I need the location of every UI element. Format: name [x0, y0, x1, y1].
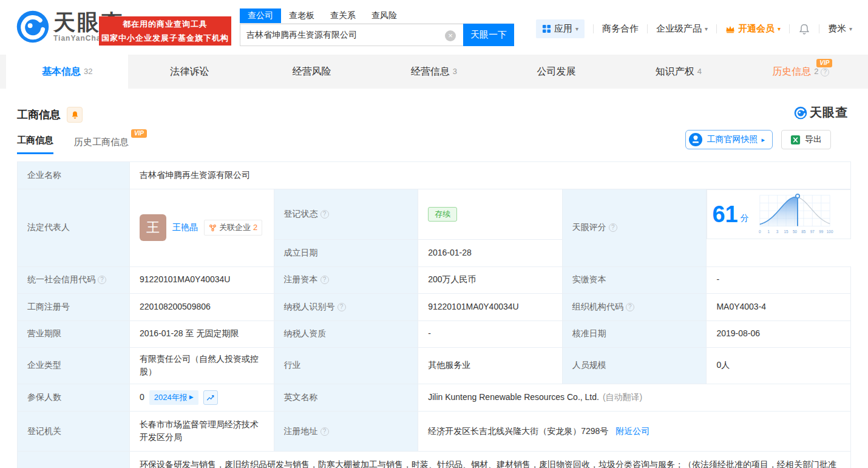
- search-tab-relation[interactable]: 查关系: [322, 8, 364, 23]
- tab-history-info[interactable]: VIP 历史信息2?: [740, 55, 862, 89]
- subtab-label: 历史工商信息: [74, 137, 129, 147]
- subtab-business-info[interactable]: 工商信息: [17, 135, 53, 154]
- table-row: 企业类型 有限责任公司（自然人投资或控股） 行业 其他服务业 人员规模 0人: [18, 347, 851, 384]
- approval-date-value: 2019-08-06: [707, 320, 851, 347]
- vip-upgrade-label: 开通会员: [738, 23, 775, 35]
- nearby-companies-link[interactable]: 附近公司: [615, 426, 649, 436]
- tianyancha-swirl-icon: [794, 106, 807, 120]
- taxpayer-id-label: 纳税人识别号?: [274, 293, 418, 320]
- divider: [716, 24, 717, 33]
- promo-banner: 都在用的商业查询工具 国家中小企业发展子基金旗下机构: [99, 16, 231, 46]
- search-input[interactable]: [240, 24, 463, 46]
- header-menu: 应用 ▾ 商务合作 企业级产品 ▾ 开通会员 ▾ 费米 ▾: [536, 19, 852, 38]
- export-button[interactable]: 导出: [781, 130, 831, 149]
- business-term-value: 2016-01-28 至 无固定期限: [130, 320, 274, 347]
- approval-date-label: 核准日期: [562, 320, 707, 347]
- search-tab-company[interactable]: 查公司: [240, 8, 281, 23]
- search-tab-risk[interactable]: 查风险: [364, 8, 405, 23]
- table-row: 法定代表人 王 王艳晶 关联企业 2 登记状态?: [18, 189, 851, 240]
- tab-count: 3: [453, 67, 457, 76]
- promo-line1: 都在用的商业查询工具: [99, 17, 231, 31]
- reg-address-value: 经济开发区长吉北线兴隆大街（安龙泉）7298号: [428, 426, 608, 436]
- export-label: 导出: [805, 134, 822, 145]
- help-icon[interactable]: ?: [320, 427, 329, 436]
- user-account-menu[interactable]: 费米 ▾: [828, 23, 852, 35]
- tab-label: 公司发展: [537, 66, 575, 76]
- reg-authority-label: 登记机关: [18, 411, 130, 451]
- establish-date-label: 成立日期: [274, 239, 418, 266]
- enterprise-label: 企业级产品: [656, 23, 702, 35]
- related-companies-badge[interactable]: 关联企业 2: [204, 220, 262, 236]
- search-tab-boss[interactable]: 查老板: [281, 8, 322, 23]
- credit-code-value: 91220101MA0Y40034U: [130, 266, 274, 293]
- related-companies-count: 2: [253, 222, 257, 234]
- excel-icon: [790, 135, 801, 145]
- insured-count-value: 0: [140, 392, 144, 402]
- table-row: 参保人数 02024年报▶ 英文名称 Jilin Kunteng Renewab…: [18, 384, 851, 411]
- svg-text:99: 99: [819, 229, 824, 234]
- company-type-label: 企业类型: [18, 347, 130, 384]
- annual-report-badge[interactable]: 2024年报▶: [149, 390, 198, 405]
- tab-operational-risk[interactable]: 经营风险: [251, 55, 373, 89]
- legal-rep-name-link[interactable]: 王艳晶: [172, 221, 198, 234]
- subtab-row: 工商信息 VIP 历史工商信息 工商官网快照 ▸ 导出: [17, 134, 851, 154]
- official-snapshot-button[interactable]: 工商官网快照 ▸: [685, 130, 773, 149]
- subscribe-bell-button[interactable]: [67, 107, 83, 123]
- tianyancha-swirl-icon: [16, 10, 50, 44]
- legal-rep-avatar[interactable]: 王: [140, 214, 166, 241]
- tab-label: 法律诉讼: [170, 66, 209, 76]
- vip-upgrade-menu[interactable]: 开通会员 ▾: [725, 23, 781, 35]
- trend-chart-button[interactable]: [203, 390, 218, 405]
- chevron-down-icon: ▾: [705, 25, 708, 32]
- legal-rep-label: 法定代表人: [18, 189, 130, 267]
- chevron-down-icon: ▾: [778, 25, 781, 32]
- svg-text:3: 3: [776, 229, 779, 234]
- tab-label: 历史信息: [772, 66, 811, 76]
- reg-status-value: 存续: [418, 189, 563, 240]
- help-icon[interactable]: ?: [320, 276, 329, 284]
- divider: [647, 24, 648, 33]
- legal-rep-cell: 王 王艳晶 关联企业 2: [130, 189, 274, 267]
- table-row: 工商注册号 220108200509806 纳税人识别号? 91220101MA…: [18, 293, 851, 320]
- staff-size-value: 0人: [707, 347, 851, 384]
- taxpayer-id-value: 91220101MA0Y40034U: [418, 293, 563, 320]
- reg-authority-value: 长春市市场监督管理局经济技术开发区分局: [130, 411, 274, 451]
- notification-bell-icon[interactable]: [798, 23, 810, 35]
- status-badge: 存续: [428, 207, 457, 222]
- industry-value: 其他服务业: [418, 347, 563, 384]
- search-button[interactable]: 天眼一下: [463, 24, 514, 46]
- subtab-history-business-info[interactable]: VIP 历史工商信息: [74, 137, 129, 154]
- apps-menu[interactable]: 应用 ▾: [536, 19, 585, 38]
- help-icon[interactable]: ?: [98, 276, 106, 284]
- company-nav-tabs: 基本信息32 法律诉讼 经营风险 经营信息3 公司发展 知识产权4 VIP 历史…: [0, 55, 868, 89]
- reg-status-label: 登记状态?: [274, 189, 418, 240]
- insured-count-cell: 02024年报▶: [130, 384, 274, 411]
- score-distribution-chart: 0131550859799100: [754, 192, 834, 236]
- tab-company-development[interactable]: 公司发展: [495, 55, 617, 89]
- clear-search-icon[interactable]: ×: [445, 30, 456, 41]
- business-term-label: 营业期限: [18, 320, 130, 347]
- business-scope-value: 环保设备研发与销售，废旧纺织品研发与销售，防寒大棚被加工与销售，时装、针织品、钢…: [130, 451, 851, 468]
- company-type-value: 有限责任公司（自然人投资或控股）: [130, 347, 274, 384]
- business-cooperation-link[interactable]: 商务合作: [602, 23, 639, 35]
- score-label: 天眼评分?: [562, 189, 707, 267]
- table-row: 统一社会信用代码? 91220101MA0Y40034U 注册资本? 200万人…: [18, 266, 851, 293]
- help-icon[interactable]: ?: [626, 303, 634, 311]
- search-tabs: 查公司 查老板 查关系 查风险: [240, 8, 514, 24]
- industry-label: 行业: [274, 347, 418, 384]
- tab-legal-proceedings[interactable]: 法律诉讼: [128, 55, 250, 89]
- tab-intellectual-property[interactable]: 知识产权4: [617, 55, 739, 89]
- svg-text:50: 50: [793, 229, 798, 234]
- tab-operation-info[interactable]: 经营信息3: [373, 55, 495, 89]
- svg-text:85: 85: [801, 229, 806, 234]
- help-icon[interactable]: ?: [609, 223, 617, 232]
- tab-count: 4: [697, 67, 702, 76]
- tab-basic-info[interactable]: 基本信息32: [6, 55, 128, 89]
- watermark-text: 天眼查: [810, 104, 848, 121]
- org-code-value: MA0Y4003-4: [707, 293, 851, 320]
- enterprise-products-menu[interactable]: 企业级产品 ▾: [656, 23, 708, 35]
- reg-number-value: 220108200509806: [130, 293, 274, 320]
- help-icon[interactable]: ?: [337, 303, 346, 311]
- help-icon[interactable]: ?: [821, 68, 829, 76]
- help-icon[interactable]: ?: [320, 210, 329, 219]
